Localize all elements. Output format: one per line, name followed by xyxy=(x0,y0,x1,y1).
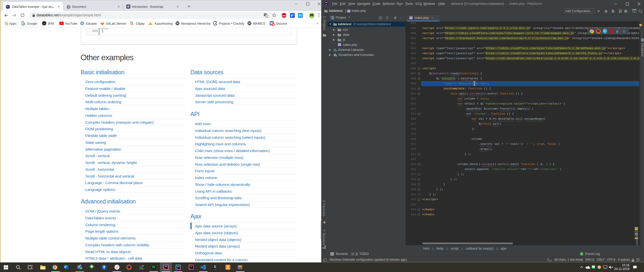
svg-text:ABP: ABP xyxy=(282,15,286,17)
svg-text:3k: 3k xyxy=(43,22,45,25)
svg-text:文: 文 xyxy=(266,15,268,17)
